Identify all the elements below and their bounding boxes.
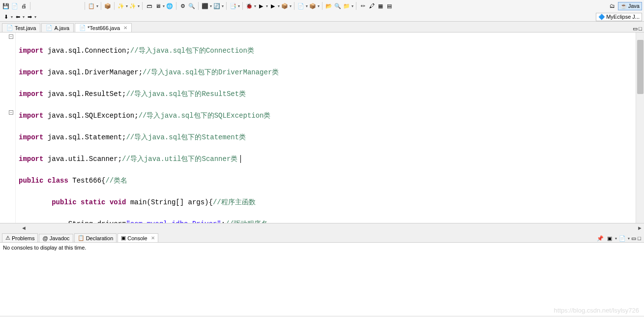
db-icon[interactable]: 🗃 bbox=[145, 2, 153, 10]
toggle-icon[interactable]: ⬇ bbox=[2, 13, 10, 21]
minimize-icon[interactable]: ▭ bbox=[633, 26, 638, 32]
java-file-icon: 📄 bbox=[79, 25, 86, 31]
run-icon[interactable]: ▶ bbox=[257, 2, 265, 10]
print-icon[interactable]: 🖨 bbox=[20, 2, 28, 10]
javadoc-icon: @ bbox=[42, 235, 48, 241]
open-perspective-icon[interactable]: 🗂 bbox=[609, 2, 616, 10]
minimize-icon[interactable]: ▭ bbox=[631, 235, 636, 242]
java-file-icon: 📄 bbox=[6, 25, 13, 31]
code-editor[interactable]: − − import java.sql.Connection;//导入java.… bbox=[0, 32, 644, 223]
wand2-icon[interactable]: ✨ bbox=[129, 2, 137, 10]
editor-tab[interactable]: 📄 A.java bbox=[41, 23, 74, 32]
folder-open-icon[interactable]: 📁 bbox=[343, 2, 351, 10]
fold-marker-icon[interactable]: − bbox=[9, 34, 13, 39]
open-console-icon[interactable]: 📄 bbox=[618, 234, 626, 242]
save-all-icon[interactable]: 📄 bbox=[11, 2, 19, 10]
bottom-panel-tabs: ⚠ Problems @ Javadoc 📋 Declaration ▣ Con… bbox=[0, 232, 644, 243]
main-toolbar: 💾 📄 🖨 📋▾ 📦 ✨▾ ✨▾ 🗃 🖥▾ 🌐 ⚙ 🔍 ⬛▾ 🔄▾ 📑▾ 🐞▾ … bbox=[0, 0, 644, 22]
annotate-icon[interactable]: ✏ bbox=[359, 2, 367, 10]
editor-tab[interactable]: 📄 Test.java bbox=[2, 23, 40, 32]
close-icon[interactable]: ✕ bbox=[123, 25, 127, 31]
back-icon[interactable]: ⬅ bbox=[14, 13, 22, 21]
highlight-icon[interactable]: 🖍 bbox=[368, 2, 376, 10]
declaration-icon: 📋 bbox=[78, 235, 85, 241]
tab-label: Problems bbox=[12, 235, 34, 241]
console-icon: ▣ bbox=[121, 235, 126, 241]
maximize-icon[interactable]: □ bbox=[638, 235, 641, 241]
tab-label: A.java bbox=[54, 25, 69, 31]
problems-tab[interactable]: ⚠ Problems bbox=[2, 233, 38, 242]
debug-icon[interactable]: 🐞 bbox=[245, 2, 253, 10]
scroll-left-icon[interactable]: ◄ bbox=[20, 223, 28, 232]
scrollbar-thumb[interactable] bbox=[637, 40, 644, 94]
search-icon[interactable]: 🔍 bbox=[334, 2, 342, 10]
editor-tab-active[interactable]: 📄 *Test666.java ✕ bbox=[75, 23, 132, 32]
save-icon[interactable]: 💾 bbox=[2, 2, 10, 10]
close-icon[interactable]: ✕ bbox=[151, 235, 155, 241]
horizontal-scrollbar[interactable]: ◄ ► bbox=[0, 223, 644, 232]
vertical-scrollbar[interactable] bbox=[636, 32, 644, 223]
watermark: https://blog.csdn.net/lsylsy726 bbox=[554, 307, 639, 314]
maximize-icon[interactable]: □ bbox=[639, 26, 642, 32]
run-ext-icon[interactable]: ▶ bbox=[269, 2, 277, 10]
editor-gutter: − − bbox=[0, 32, 16, 223]
code-content[interactable]: import java.sql.Connection;//导入java.sql包… bbox=[16, 32, 636, 223]
stop-icon[interactable]: ⬛ bbox=[201, 2, 209, 10]
new-class-icon[interactable]: 📄 bbox=[297, 2, 305, 10]
pin-console-icon[interactable]: 📌 bbox=[596, 234, 604, 242]
filter-icon[interactable]: 📑 bbox=[229, 2, 237, 10]
tab-label: Test.java bbox=[15, 25, 36, 31]
console-message: No consoles to display at this time. bbox=[3, 245, 86, 251]
preview-icon[interactable]: 🔍 bbox=[188, 2, 196, 10]
wand-icon[interactable]: ✨ bbox=[117, 2, 125, 10]
server-icon[interactable]: 🖥 bbox=[154, 2, 162, 10]
package-run-icon[interactable]: 📦 bbox=[281, 2, 289, 10]
forward-icon[interactable]: ➡ bbox=[26, 13, 33, 21]
myeclipse-perspective-button[interactable]: 🔷 MyEclipse J... bbox=[596, 13, 642, 21]
problems-icon: ⚠ bbox=[5, 235, 10, 241]
java-perspective-button[interactable]: ☕ Java bbox=[618, 2, 642, 10]
tab-label: Console bbox=[127, 235, 147, 241]
new-wizard-icon[interactable]: 📋 bbox=[88, 2, 95, 10]
tab-label: Declaration bbox=[86, 235, 114, 241]
open-type-icon[interactable]: 📂 bbox=[325, 2, 333, 10]
console-tab[interactable]: ▣ Console ✕ bbox=[117, 233, 158, 242]
engine-icon[interactable]: ⚙ bbox=[179, 2, 187, 10]
tab-label: *Test666.java bbox=[88, 25, 120, 31]
fold-marker-icon[interactable]: − bbox=[9, 110, 13, 115]
refresh-icon[interactable]: 🔄 bbox=[213, 2, 221, 10]
console-area: No consoles to display at this time. bbox=[0, 243, 644, 316]
scroll-right-icon[interactable]: ► bbox=[636, 223, 644, 232]
javadoc-tab[interactable]: @ Javadoc bbox=[39, 234, 73, 242]
editor-tabs: 📄 Test.java 📄 A.java 📄 *Test666.java ✕ ▭… bbox=[0, 22, 644, 32]
new-package-icon[interactable]: 📦 bbox=[309, 2, 317, 10]
layout1-icon[interactable]: ▦ bbox=[377, 2, 384, 10]
globe-icon[interactable]: 🌐 bbox=[166, 2, 174, 10]
display-console-icon[interactable]: ▣ bbox=[606, 234, 614, 242]
java-file-icon: 📄 bbox=[46, 25, 53, 31]
package-icon[interactable]: 📦 bbox=[104, 2, 112, 10]
tab-label: Javadoc bbox=[50, 235, 70, 241]
declaration-tab[interactable]: 📋 Declaration bbox=[74, 233, 117, 242]
layout2-icon[interactable]: ▤ bbox=[385, 2, 393, 10]
